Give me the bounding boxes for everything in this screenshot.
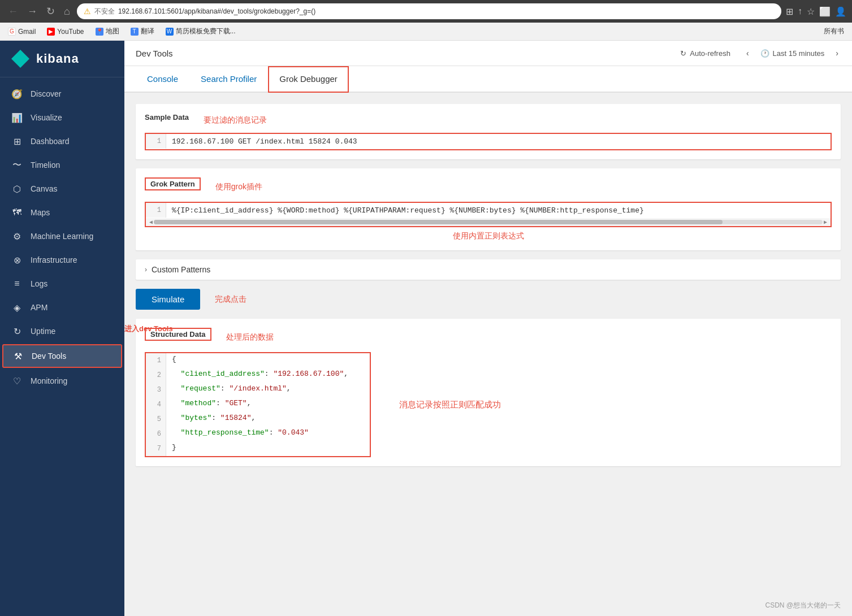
youtube-icon: ▶ bbox=[47, 28, 55, 36]
scroll-right-icon[interactable]: ▶ bbox=[823, 219, 828, 225]
page-title: Dev Tools bbox=[136, 49, 173, 58]
window-button[interactable]: ⬜ bbox=[819, 6, 831, 17]
sidebar-item-label: Logs bbox=[31, 279, 47, 288]
scroll-left-icon[interactable]: ◀ bbox=[148, 219, 154, 225]
dashboard-icon: ⊞ bbox=[11, 136, 23, 147]
sidebar-item-label: Dashboard bbox=[31, 137, 70, 146]
sidebar-item-timelion[interactable]: 〜 Timelion bbox=[0, 153, 124, 177]
json-field-http-response: "http_response_time": "0.043" bbox=[166, 427, 314, 439]
json-line-1: 1 { bbox=[146, 353, 370, 368]
grok-sub-annotation: 使用内置正则表达式 bbox=[453, 231, 524, 240]
profile-button[interactable]: 👤 bbox=[835, 6, 846, 17]
sidebar-item-machine-learning[interactable]: ⚙ Machine Learning bbox=[0, 224, 124, 248]
bar-chart-icon: 📊 bbox=[11, 112, 23, 123]
bookmark-translate[interactable]: T 翻译 bbox=[128, 25, 157, 37]
sidebar-item-dashboard[interactable]: ⊞ Dashboard bbox=[0, 129, 124, 153]
resume-icon: W bbox=[166, 28, 174, 36]
infrastructure-icon: ⊗ bbox=[11, 254, 23, 266]
bookmark-gmail[interactable]: G Gmail bbox=[6, 27, 38, 37]
main-content: Sample Data 要过滤的消息记录 1 192.168.67.100 GE… bbox=[124, 93, 852, 616]
structured-data-annotation: 处理后的数据 bbox=[226, 332, 274, 342]
logs-icon: ≡ bbox=[11, 278, 23, 289]
reload-button[interactable]: ↻ bbox=[44, 4, 57, 19]
auto-refresh-button[interactable]: ↻ Auto-refresh bbox=[676, 47, 735, 60]
refresh-icon: ↻ bbox=[680, 49, 686, 58]
tab-search-profiler[interactable]: Search Profiler bbox=[189, 66, 268, 93]
sidebar-item-label: Dev Tools bbox=[32, 352, 66, 361]
sidebar-item-label: Canvas bbox=[31, 184, 57, 193]
scrollbar-track[interactable] bbox=[154, 220, 823, 224]
sidebar-item-label: Machine Learning bbox=[31, 232, 93, 241]
sidebar-item-apm[interactable]: ◈ APM bbox=[0, 296, 124, 319]
grok-pattern-line-1: 1 %{IP:client_id_address} %{WORD:method}… bbox=[146, 203, 831, 218]
json-line-num-3: 3 bbox=[146, 383, 166, 397]
home-button[interactable]: ⌂ bbox=[62, 5, 72, 19]
forward-button[interactable]: → bbox=[25, 5, 40, 19]
json-brace-open: { bbox=[166, 353, 182, 365]
kibana-title: kibana bbox=[36, 51, 79, 66]
translate-button[interactable]: ⊞ bbox=[786, 6, 793, 17]
ml-icon: ⚙ bbox=[11, 231, 23, 242]
all-bookmarks-label: 所有书 bbox=[824, 27, 844, 36]
app-layout: kibana 🧭 Discover 📊 Visualize ⊞ Dashboar… bbox=[0, 41, 852, 616]
json-line-5: 5 "bytes": "15824", bbox=[146, 412, 370, 427]
prev-time-button[interactable]: ‹ bbox=[744, 46, 751, 60]
tab-console[interactable]: Console bbox=[136, 66, 189, 93]
json-field-request: "request": "/index.html", bbox=[166, 383, 297, 394]
address-bar[interactable]: ⚠ 不安全 192.168.67.101:5601/app/kibana#/de… bbox=[77, 3, 781, 19]
sidebar-item-label: APM bbox=[31, 303, 47, 312]
resume-label: 简历模板免费下载... bbox=[176, 27, 236, 36]
sidebar-item-label: Discover bbox=[31, 89, 61, 98]
browser-actions: ⊞ ↑ ☆ ⬜ 👤 bbox=[786, 6, 846, 17]
line-number-1: 1 bbox=[146, 134, 166, 149]
sidebar-item-dev-tools[interactable]: ⚒ Dev Tools bbox=[2, 344, 122, 368]
grok-pattern-scrollbar[interactable]: ◀ ▶ bbox=[146, 218, 831, 226]
dev-tools-annotation: 进入dev Tools bbox=[124, 324, 173, 334]
sidebar-item-canvas[interactable]: ⬡ Canvas bbox=[0, 177, 124, 201]
json-field-method: "method": "GET", bbox=[166, 397, 257, 409]
sidebar-item-label: Visualize bbox=[31, 113, 62, 122]
maps-nav-icon: 🗺 bbox=[11, 207, 23, 218]
grok-pattern-annotation: 使用grok插件 bbox=[215, 182, 262, 192]
next-time-button[interactable]: › bbox=[833, 46, 841, 60]
youtube-label: YouTube bbox=[57, 28, 84, 36]
url-text: 192.168.67.101:5601/app/kibana#/dev_tool… bbox=[118, 7, 315, 15]
sidebar-item-maps[interactable]: 🗺 Maps bbox=[0, 201, 124, 224]
sample-data-section: Sample Data 要过滤的消息记录 1 192.168.67.100 GE… bbox=[136, 104, 841, 159]
sidebar-item-visualize[interactable]: 📊 Visualize bbox=[0, 106, 124, 129]
maps-icon: 📍 bbox=[96, 28, 103, 36]
bookmarks-bar: G Gmail ▶ YouTube 📍 地图 T 翻译 W 简历模板免费下载..… bbox=[0, 23, 852, 41]
tab-grok-debugger[interactable]: Grok Debugger bbox=[268, 66, 349, 93]
json-line-num-5: 5 bbox=[146, 412, 166, 427]
bookmark-maps[interactable]: 📍 地图 bbox=[93, 25, 122, 37]
sidebar-item-logs[interactable]: ≡ Logs bbox=[0, 272, 124, 296]
sample-data-editor[interactable]: 1 192.168.67.100 GET /index.html 15824 0… bbox=[145, 133, 832, 150]
bookmark-resume[interactable]: W 简历模板免费下载... bbox=[163, 25, 238, 37]
bookmark-youtube[interactable]: ▶ YouTube bbox=[45, 27, 86, 37]
structured-data-right-annotation: 消息记录按照正则匹配成功 bbox=[399, 400, 501, 410]
monitoring-icon: ♡ bbox=[11, 375, 23, 387]
structured-data-output: 1 { 2 "client_id_address": "192.168.67.1… bbox=[145, 352, 371, 457]
translate-label: 翻译 bbox=[141, 27, 154, 36]
sidebar-item-uptime[interactable]: ↻ Uptime 进入dev Tools bbox=[0, 319, 124, 343]
custom-patterns-toggle[interactable]: › Custom Patterns bbox=[145, 265, 832, 274]
grok-pattern-label: Grok Pattern bbox=[145, 177, 201, 190]
share-button[interactable]: ↑ bbox=[798, 6, 802, 16]
back-button[interactable]: ← bbox=[6, 5, 20, 19]
json-line-num-4: 4 bbox=[146, 397, 166, 412]
time-label: Last 15 minutes bbox=[773, 49, 825, 58]
bookmark-all[interactable]: 所有书 bbox=[821, 25, 846, 37]
grok-pattern-editor[interactable]: 1 %{IP:client_id_address} %{WORD:method}… bbox=[145, 202, 832, 227]
json-line-num-1: 1 bbox=[146, 353, 166, 368]
chevron-right-icon: › bbox=[145, 266, 147, 274]
bookmark-button[interactable]: ☆ bbox=[807, 6, 815, 17]
grok-pattern-section: Grok Pattern 使用grok插件 1 %{IP:client_id_a… bbox=[136, 168, 841, 250]
time-picker[interactable]: 🕐 Last 15 minutes bbox=[760, 49, 825, 58]
sidebar-item-infrastructure[interactable]: ⊗ Infrastructure bbox=[0, 248, 124, 272]
grok-line-number-1: 1 bbox=[146, 203, 166, 218]
json-line-6: 6 "http_response_time": "0.043" bbox=[146, 427, 370, 441]
sidebar-item-monitoring[interactable]: ♡ Monitoring bbox=[0, 369, 124, 393]
sidebar-item-discover[interactable]: 🧭 Discover bbox=[0, 82, 124, 106]
simulate-button[interactable]: Simulate bbox=[136, 289, 200, 310]
tabs-bar: Console Search Profiler Grok Debugger bbox=[124, 66, 852, 93]
